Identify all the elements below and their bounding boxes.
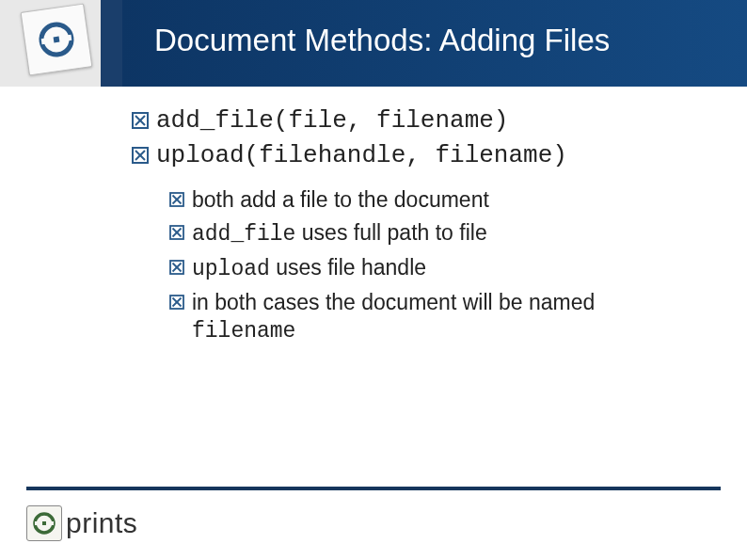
sub-bullet: in both cases the document will be named… (169, 288, 696, 346)
sub-bullet-list: both add a file to the document add_file… (169, 185, 696, 346)
x-bullet-icon (132, 112, 149, 129)
footer-brand-text: prints (66, 507, 137, 539)
svg-rect-23 (42, 521, 46, 525)
header-band: Document Methods: Adding Files (0, 0, 747, 87)
svg-rect-2 (54, 37, 60, 43)
sub-bullet-text: uses file handle (270, 255, 426, 280)
eprints-badge-icon (26, 505, 62, 541)
x-bullet-icon (169, 225, 184, 240)
sub-bullet: both add a file to the document (169, 185, 696, 215)
x-bullet-icon (169, 260, 184, 275)
header-logo-icon (21, 4, 93, 76)
sub-bullet-code: add_file (192, 222, 295, 247)
sub-bullet: add_file uses full path to file (169, 218, 696, 249)
slide-title: Document Methods: Adding Files (154, 23, 610, 58)
footer-logo: prints (26, 505, 137, 541)
sub-bullet-code: upload (192, 257, 270, 281)
footer-divider (26, 487, 721, 490)
main-bullet: add_file(file, filename) (132, 105, 696, 136)
sub-bullet-text: both add a file to the document (192, 187, 489, 212)
main-bullet: upload(filehandle, filename) (132, 140, 696, 171)
x-bullet-icon (169, 192, 184, 207)
sub-bullet-code: filename (192, 317, 595, 346)
x-bullet-icon (132, 147, 149, 164)
x-bullet-icon (169, 295, 184, 310)
main-bullet-code: upload(filehandle, filename) (156, 140, 567, 171)
sub-bullet-text: uses full path to file (295, 220, 486, 245)
sub-bullet: upload uses file handle (169, 253, 696, 284)
slide-content: add_file(file, filename) upload(filehand… (132, 105, 696, 350)
main-bullet-code: add_file(file, filename) (156, 105, 508, 136)
sub-bullet-text: in both cases the document will be named (192, 290, 595, 314)
